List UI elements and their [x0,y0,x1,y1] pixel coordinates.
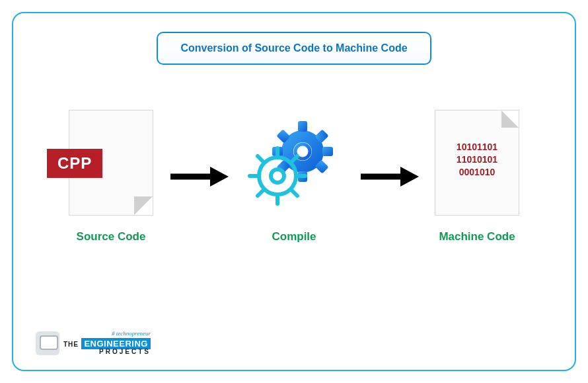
stage-source: CPP Source Code [69,110,153,243]
cpp-badge: CPP [47,149,102,178]
diagram-title: Conversion of Source Code to Machine Cod… [180,42,407,54]
binary-content: 10101101 11010101 0001010 [435,141,519,179]
machine-label: Machine Code [439,230,515,243]
logo-tag: # technopreneur [112,331,151,337]
flow-row: CPP Source Code [13,110,575,243]
page-fold-icon [134,196,153,215]
svg-marker-1 [210,167,229,187]
stage-compile: Compile [244,110,344,243]
title-box: Conversion of Source Code to Machine Cod… [157,32,431,65]
machine-document-icon: 10101101 11010101 0001010 [435,110,519,216]
arrow-icon [359,165,419,188]
svg-marker-24 [400,167,419,187]
svg-point-22 [271,169,284,183]
logo-text: # technopreneur THE ENGINEERING PROJECTS [63,331,151,355]
compile-label: Compile [272,230,316,243]
source-document-icon: CPP [69,110,153,216]
binary-line: 10101101 [435,141,519,153]
svg-rect-3 [298,121,307,132]
binary-line: 0001010 [435,166,519,179]
stage-machine: 10101101 11010101 0001010 Machine Code [435,110,519,243]
arrow-icon [169,165,229,188]
logo-line1: THE [63,341,79,348]
svg-line-20 [258,191,263,196]
logo-line3: PROJECTS [99,349,151,355]
page-fold-icon [501,110,519,128]
brand-logo: # technopreneur THE ENGINEERING PROJECTS [36,331,151,355]
binary-line: 11010101 [435,153,519,166]
source-label: Source Code [77,230,146,243]
compile-gear-icon [244,110,344,216]
svg-line-18 [258,156,263,161]
robot-icon [36,331,59,355]
svg-point-13 [259,157,296,194]
diagram-frame: Conversion of Source Code to Machine Cod… [12,12,576,371]
svg-line-19 [292,191,297,196]
svg-rect-6 [322,147,333,156]
